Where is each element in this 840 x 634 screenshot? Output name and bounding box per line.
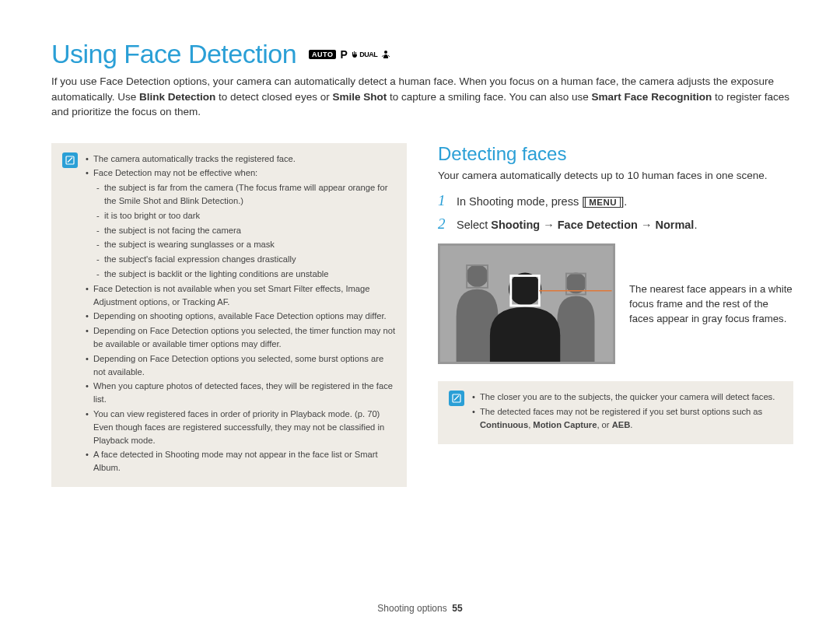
note-subitem: the subject is wearing sunglasses or a m… bbox=[96, 238, 396, 251]
note-item: The camera automatically tracks the regi… bbox=[86, 152, 396, 166]
step-number: 2 bbox=[438, 215, 449, 233]
step-number: 1 bbox=[438, 192, 449, 209]
notes-left-list: The camera automatically tracks the regi… bbox=[86, 152, 396, 476]
note-item: The detected faces may not be registered… bbox=[472, 405, 782, 432]
camera-display-illustration bbox=[438, 243, 615, 364]
title-text: Using Face Detection bbox=[51, 39, 296, 69]
note-icon bbox=[62, 152, 78, 168]
page-title: Using Face Detection AUTO P DUAL bbox=[51, 39, 793, 69]
svg-point-2 bbox=[466, 264, 488, 287]
mode-icons: AUTO P DUAL bbox=[309, 48, 390, 61]
notes-box-left: The camera automatically tracks the regi… bbox=[51, 143, 407, 487]
note-item: When you capture photos of detected face… bbox=[86, 380, 396, 406]
note-subitem: the subject is not facing the camera bbox=[96, 224, 396, 237]
svg-point-4 bbox=[509, 273, 541, 306]
steps-list: 1 In Shooting mode, press [MENU]. 2 Sele… bbox=[438, 192, 793, 233]
note-icon bbox=[449, 391, 464, 406]
section-description: Your camera automatically detects up to … bbox=[438, 168, 793, 184]
note-subitem: the subject is backlit or the lighting c… bbox=[96, 268, 396, 281]
step-2: 2 Select Shooting → Face Detection → Nor… bbox=[438, 215, 793, 233]
note-item: You can view registered faces in order o… bbox=[86, 408, 396, 447]
svg-point-0 bbox=[384, 51, 387, 54]
hand-icon bbox=[351, 51, 359, 58]
note-item: Depending on Face Detection options you … bbox=[86, 352, 396, 379]
note-subitem: the subject's facial expression changes … bbox=[96, 253, 396, 266]
menu-key-icon: MENU bbox=[585, 197, 621, 208]
page-footer: Shooting options 55 bbox=[0, 603, 840, 614]
program-mode-icon: P bbox=[340, 48, 347, 61]
intro-paragraph: If you use Face Detection options, your … bbox=[51, 74, 793, 120]
figure-row: The nearest face appears in a white focu… bbox=[438, 243, 793, 364]
note-subitem: it is too bright or too dark bbox=[96, 209, 396, 222]
page-number: 55 bbox=[452, 603, 462, 614]
section-heading: Detecting faces bbox=[438, 143, 793, 165]
figure-caption: The nearest face appears in a white focu… bbox=[629, 282, 793, 326]
note-item: Face Detection may not be effective when… bbox=[86, 166, 396, 280]
footer-section: Shooting options bbox=[377, 603, 446, 614]
note-subitem: the subject is far from the camera (The … bbox=[96, 181, 396, 208]
note-item: Face Detection is not available when you… bbox=[86, 282, 396, 309]
notes-right-list: The closer you are to the subjects, the … bbox=[472, 391, 782, 433]
note-item: The closer you are to the subjects, the … bbox=[472, 391, 782, 404]
note-item: Depending on Face Detection options you … bbox=[86, 324, 396, 351]
step-1: 1 In Shooting mode, press [MENU]. bbox=[438, 192, 793, 209]
note-item: Depending on shooting options, available… bbox=[86, 310, 396, 323]
note-item: A face detected in Shooting mode may not… bbox=[86, 448, 396, 475]
guide-icon bbox=[381, 50, 390, 59]
auto-icon: AUTO bbox=[309, 50, 336, 59]
dual-mode-icon: DUAL bbox=[351, 51, 377, 58]
notes-box-right: The closer you are to the subjects, the … bbox=[438, 381, 793, 443]
